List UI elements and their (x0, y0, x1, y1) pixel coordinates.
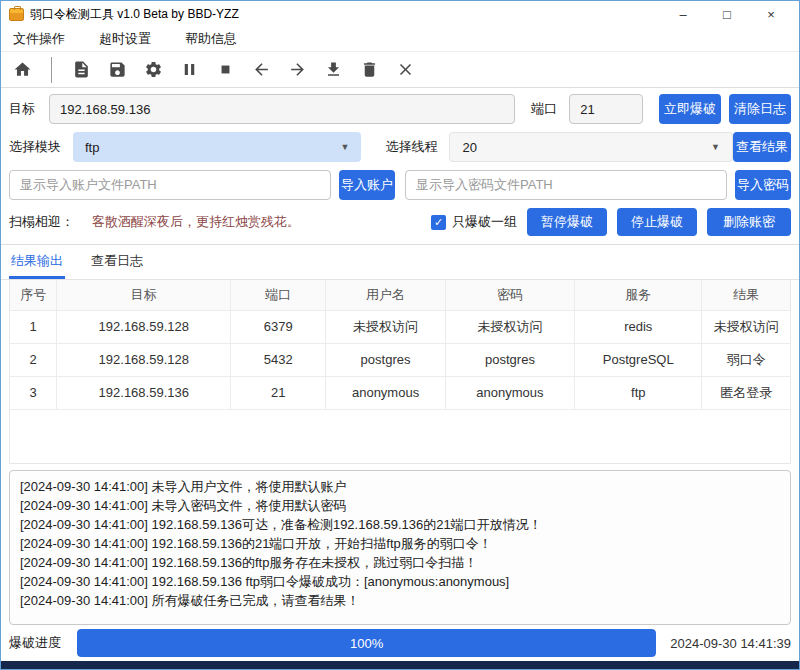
cell-index: 3 (10, 376, 57, 409)
cell-username: 未授权访问 (326, 310, 445, 343)
col-header-port: 端口 (231, 280, 326, 310)
pause-attack-button[interactable]: 暂停爆破 (527, 208, 607, 236)
app-lock-icon (9, 8, 24, 21)
home-icon[interactable] (11, 59, 33, 81)
close-x-icon[interactable] (394, 59, 416, 81)
log-line: [2024-09-30 14:41:00] 未导入用户文件，将使用默认账户 (20, 477, 780, 496)
cell-port: 5432 (231, 343, 326, 376)
back-arrow-icon[interactable] (250, 59, 272, 81)
target-input[interactable]: 192.168.59.136 (49, 94, 515, 124)
col-header-password: 密码 (445, 280, 574, 310)
table-row[interactable]: 2 192.168.59.128 5432 postgres postgres … (10, 343, 790, 376)
close-button[interactable]: × (749, 2, 793, 26)
col-header-target: 目标 (57, 280, 231, 310)
cell-password: anonymous (445, 376, 574, 409)
menu-bar: 文件操作 超时设置 帮助信息 (1, 27, 799, 51)
download-icon[interactable] (322, 59, 344, 81)
single-group-checkbox-label[interactable]: 只爆破一组 (452, 213, 517, 231)
cell-service: ftp (575, 376, 702, 409)
title-bar: 弱口令检测工具 v1.0 Beta by BBD-YZZ – □ × (1, 1, 799, 27)
results-table: 序号 目标 端口 用户名 密码 服务 结果 1 192.168.59.128 6… (9, 280, 791, 464)
toolbar-separator (51, 57, 52, 83)
cell-index: 1 (10, 310, 57, 343)
save-icon[interactable] (106, 59, 128, 81)
stop-icon[interactable] (214, 59, 236, 81)
maximize-button[interactable]: □ (705, 2, 749, 26)
port-label: 端口 (531, 100, 557, 118)
target-row: 目标 192.168.59.136 端口 21 立即爆破 清除日志 (1, 94, 799, 124)
window-title: 弱口令检测工具 v1.0 Beta by BBD-YZZ (30, 6, 239, 23)
cell-password: postgres (445, 343, 574, 376)
account-file-input[interactable]: 显示导入账户文件PATH (9, 170, 331, 200)
module-select[interactable]: ftp ▼ (73, 132, 361, 162)
tab-results-output[interactable]: 结果输出 (9, 245, 65, 279)
module-value: ftp (85, 140, 99, 155)
log-line: [2024-09-30 14:41:00] 192.168.59.136的ftp… (20, 553, 780, 572)
control-row: 扫榻相迎： 客散酒醒深夜后，更持红烛赏残花。 ✓ 只爆破一组 暂停爆破 停止爆破… (1, 208, 799, 236)
table-header-row: 序号 目标 端口 用户名 密码 服务 结果 (10, 280, 790, 310)
menu-help-info[interactable]: 帮助信息 (181, 28, 241, 50)
new-file-icon[interactable] (70, 59, 92, 81)
view-results-button[interactable]: 查看结果 (733, 132, 791, 162)
single-group-checkbox-wrap: ✓ 只爆破一组 (431, 213, 517, 231)
password-file-placeholder: 显示导入密码文件PATH (416, 176, 553, 194)
greeting-text: 客散酒醒深夜后，更持红烛赏残花。 (92, 213, 300, 231)
log-line: [2024-09-30 14:41:00] 192.168.59.136的21端… (20, 534, 780, 553)
status-timestamp: 2024-09-30 14:41:39 (670, 636, 791, 651)
thread-select[interactable]: 20 ▼ (449, 132, 733, 162)
chevron-down-icon: ▼ (711, 142, 720, 152)
col-header-service: 服务 (575, 280, 702, 310)
log-line: [2024-09-30 14:41:00] 所有爆破任务已完成，请查看结果！ (20, 591, 780, 610)
port-input[interactable]: 21 (569, 94, 643, 124)
import-password-button[interactable]: 导入密码 (735, 170, 791, 200)
start-attack-button[interactable]: 立即爆破 (659, 94, 721, 124)
table-row[interactable]: 3 192.168.59.136 21 anonymous anonymous … (10, 376, 790, 409)
progress-fill: 100% (77, 629, 656, 657)
target-label: 目标 (9, 100, 35, 118)
account-file-placeholder: 显示导入账户文件PATH (20, 176, 157, 194)
stop-attack-button[interactable]: 停止爆破 (617, 208, 697, 236)
cell-result: 匿名登录 (702, 376, 790, 409)
cell-port: 21 (231, 376, 326, 409)
progress-label: 爆破进度 (9, 634, 61, 652)
col-header-username: 用户名 (326, 280, 445, 310)
menu-timeout-settings[interactable]: 超时设置 (95, 28, 155, 50)
module-row: 选择模块 ftp ▼ 选择线程 20 ▼ 查看结果 (1, 132, 799, 162)
result-tabs: 结果输出 查看日志 (1, 245, 799, 280)
thread-value: 20 (462, 140, 476, 155)
cell-result: 未授权访问 (702, 310, 790, 343)
clear-log-button[interactable]: 清除日志 (729, 94, 791, 124)
cell-target: 192.168.59.136 (57, 376, 231, 409)
pause-icon[interactable] (178, 59, 200, 81)
forward-arrow-icon[interactable] (286, 59, 308, 81)
log-line: [2024-09-30 14:41:00] 192.168.59.136 ftp… (20, 572, 780, 591)
col-header-index: 序号 (10, 280, 57, 310)
import-account-button[interactable]: 导入账户 (339, 170, 395, 200)
log-line: [2024-09-30 14:41:00] 未导入密码文件，将使用默认密码 (20, 496, 780, 515)
module-label: 选择模块 (9, 138, 61, 156)
password-file-input[interactable]: 显示导入密码文件PATH (405, 170, 727, 200)
cell-index: 2 (10, 343, 57, 376)
trash-icon[interactable] (358, 59, 380, 81)
toolbar (1, 51, 799, 88)
col-header-result: 结果 (702, 280, 790, 310)
checkbox-checked-icon[interactable]: ✓ (431, 215, 446, 230)
app-window: 弱口令检测工具 v1.0 Beta by BBD-YZZ – □ × 文件操作 … (0, 0, 800, 670)
log-line: [2024-09-30 14:41:00] 192.168.59.136可达，准… (20, 515, 780, 534)
cell-result: 弱口令 (702, 343, 790, 376)
table-row[interactable]: 1 192.168.59.128 6379 未授权访问 未授权访问 redis … (10, 310, 790, 343)
tab-view-log[interactable]: 查看日志 (89, 245, 145, 279)
import-row: 显示导入账户文件PATH 导入账户 显示导入密码文件PATH 导入密码 (1, 170, 799, 200)
menu-file-ops[interactable]: 文件操作 (9, 28, 69, 50)
delete-credentials-button[interactable]: 删除账密 (707, 208, 791, 236)
minimize-button[interactable]: – (661, 2, 705, 26)
cell-service: PostgreSQL (575, 343, 702, 376)
cell-target: 192.168.59.128 (57, 343, 231, 376)
log-output[interactable]: [2024-09-30 14:41:00] 未导入用户文件，将使用默认账户 [2… (9, 470, 791, 625)
cell-service: redis (575, 310, 702, 343)
cell-username: postgres (326, 343, 445, 376)
settings-gear-icon[interactable] (142, 59, 164, 81)
cell-target: 192.168.59.128 (57, 310, 231, 343)
bottom-edge-strip (1, 661, 799, 669)
greeting-label: 扫榻相迎： (9, 213, 74, 231)
